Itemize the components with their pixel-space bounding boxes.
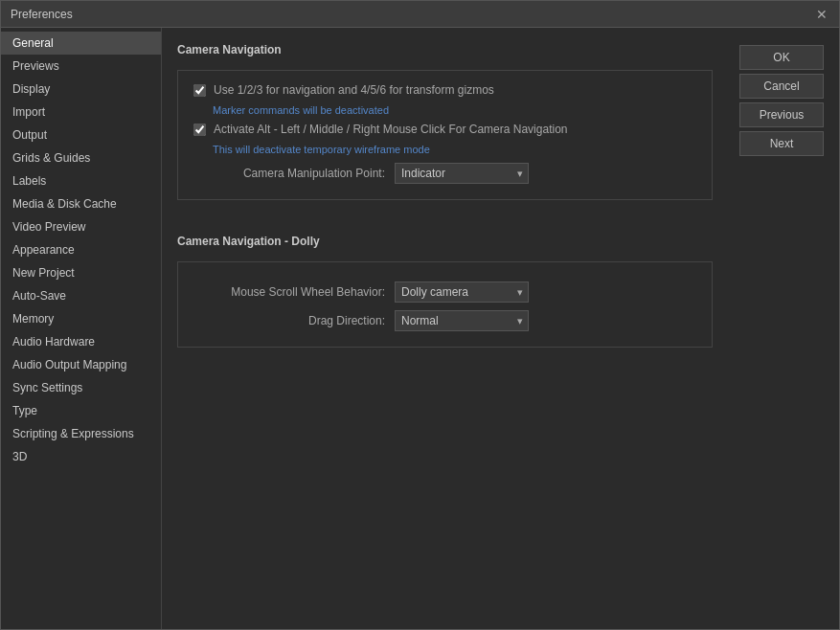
camera-dolly-section: Camera Navigation - Dolly Mouse Scroll W…: [177, 235, 713, 363]
next-button[interactable]: Next: [739, 131, 824, 156]
sidebar-item-3d[interactable]: 3D: [1, 445, 161, 468]
sidebar-item-output[interactable]: Output: [1, 124, 161, 146]
right-panel: OK Cancel Previous Next: [728, 28, 839, 629]
sidebar-item-grids-guides[interactable]: Grids & Guides: [1, 146, 161, 169]
check2-row: Activate Alt - Left / Middle / Right Mou…: [193, 122, 696, 138]
title-bar: Preferences ✕: [1, 1, 839, 28]
sidebar-item-general[interactable]: General: [1, 32, 161, 55]
section2-box: Mouse Scroll Wheel Behavior: Dolly camer…: [177, 261, 713, 348]
manipulation-select-wrapper: Indicator Cursor Origin: [395, 163, 529, 184]
manipulation-select[interactable]: Indicator Cursor Origin: [395, 163, 529, 184]
check2-checkbox[interactable]: [193, 124, 206, 136]
drag-select[interactable]: Normal Inverted: [395, 310, 529, 331]
sidebar-item-new-project[interactable]: New Project: [1, 261, 161, 284]
sidebar-item-labels[interactable]: Labels: [1, 169, 161, 192]
drag-select-wrapper: Normal Inverted: [395, 310, 529, 331]
check1-checkbox[interactable]: [193, 84, 206, 97]
sidebar-item-media-disk-cache[interactable]: Media & Disk Cache: [1, 192, 161, 215]
drag-row: Drag Direction: Normal Inverted: [193, 310, 696, 331]
section2-title: Camera Navigation - Dolly: [177, 235, 713, 252]
scroll-label: Mouse Scroll Wheel Behavior:: [193, 285, 385, 299]
scroll-select[interactable]: Dolly camera Zoom in/out Pan: [395, 281, 529, 303]
manipulation-label: Camera Manipulation Point:: [193, 167, 385, 180]
check2-note: This will deactivate temporary wireframe…: [213, 144, 696, 155]
cancel-button[interactable]: Cancel: [739, 74, 824, 99]
sidebar-item-import[interactable]: Import: [1, 101, 161, 124]
content-area: GeneralPreviewsDisplayImportOutputGrids …: [1, 28, 839, 629]
preferences-window: Preferences ✕ GeneralPreviewsDisplayImpo…: [0, 0, 840, 630]
scroll-row: Mouse Scroll Wheel Behavior: Dolly camer…: [193, 281, 696, 303]
check1-row: Use 1/2/3 for navigation and 4/5/6 for t…: [193, 82, 696, 99]
sidebar-item-type[interactable]: Type: [1, 399, 161, 422]
check1-label: Use 1/2/3 for navigation and 4/5/6 for t…: [214, 82, 494, 99]
drag-label: Drag Direction:: [193, 314, 385, 327]
sidebar-item-appearance[interactable]: Appearance: [1, 238, 161, 261]
previous-button[interactable]: Previous: [739, 102, 824, 127]
ok-button[interactable]: OK: [739, 45, 824, 70]
check2-label: Activate Alt - Left / Middle / Right Mou…: [214, 122, 567, 138]
sidebar-item-sync-settings[interactable]: Sync Settings: [1, 376, 161, 399]
manipulation-row: Camera Manipulation Point: Indicator Cur…: [193, 163, 696, 184]
sidebar-item-display[interactable]: Display: [1, 78, 161, 101]
sidebar-item-memory[interactable]: Memory: [1, 307, 161, 330]
sidebar-item-video-preview[interactable]: Video Preview: [1, 215, 161, 238]
sidebar-item-scripting-expressions[interactable]: Scripting & Expressions: [1, 422, 161, 445]
check1-note: Marker commands will be deactivated: [213, 104, 696, 116]
sidebar-item-audio-hardware[interactable]: Audio Hardware: [1, 330, 161, 353]
sidebar: GeneralPreviewsDisplayImportOutputGrids …: [1, 28, 162, 629]
sidebar-item-previews[interactable]: Previews: [1, 55, 161, 78]
main-area: Camera Navigation Use 1/2/3 for navigati…: [162, 28, 728, 629]
sidebar-item-auto-save[interactable]: Auto-Save: [1, 284, 161, 307]
scroll-select-wrapper: Dolly camera Zoom in/out Pan: [395, 281, 529, 303]
close-button[interactable]: ✕: [814, 8, 829, 21]
section1-title: Camera Navigation: [177, 43, 713, 60]
side-buttons: OK Cancel Previous Next: [732, 35, 831, 166]
section1-box: Use 1/2/3 for navigation and 4/5/6 for t…: [177, 70, 713, 200]
window-title: Preferences: [11, 8, 73, 21]
camera-navigation-section: Camera Navigation Use 1/2/3 for navigati…: [177, 43, 713, 215]
sidebar-item-audio-output-mapping[interactable]: Audio Output Mapping: [1, 353, 161, 376]
